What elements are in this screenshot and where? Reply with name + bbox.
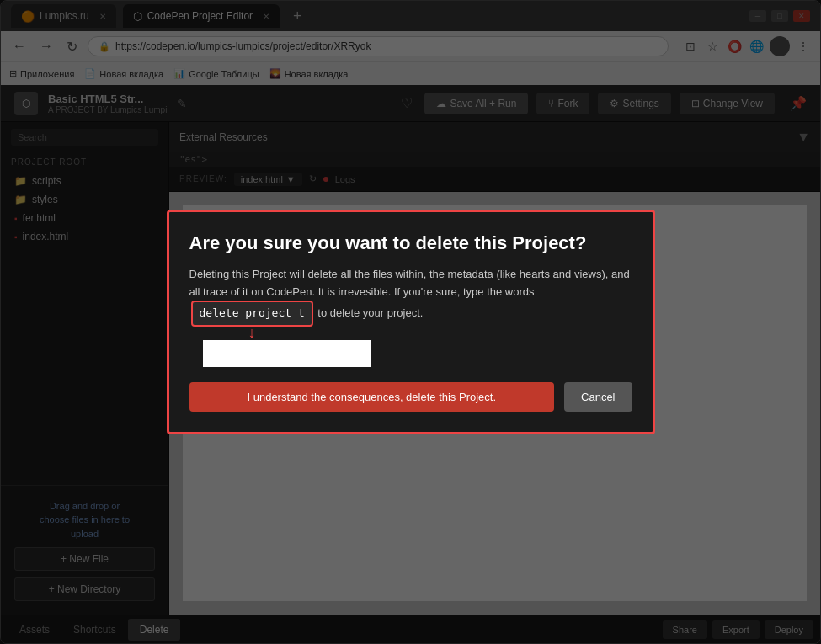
delete-confirmation-input[interactable] bbox=[203, 340, 371, 367]
dialog-title: Are you sure you want to delete this Pro… bbox=[189, 232, 632, 254]
dialog-body-text: Deleting this Project will delete all th… bbox=[189, 266, 632, 327]
cancel-button[interactable]: Cancel bbox=[564, 382, 632, 412]
dialog-overlay: Are you sure you want to delete this Pro… bbox=[0, 0, 821, 644]
delete-confirm-button[interactable]: I understand the consequences, delete th… bbox=[189, 382, 555, 412]
arrow-down-icon: ↓ bbox=[248, 321, 256, 345]
delete-dialog: Are you sure you want to delete this Pro… bbox=[167, 210, 655, 434]
dialog-actions: I understand the consequences, delete th… bbox=[189, 382, 632, 412]
